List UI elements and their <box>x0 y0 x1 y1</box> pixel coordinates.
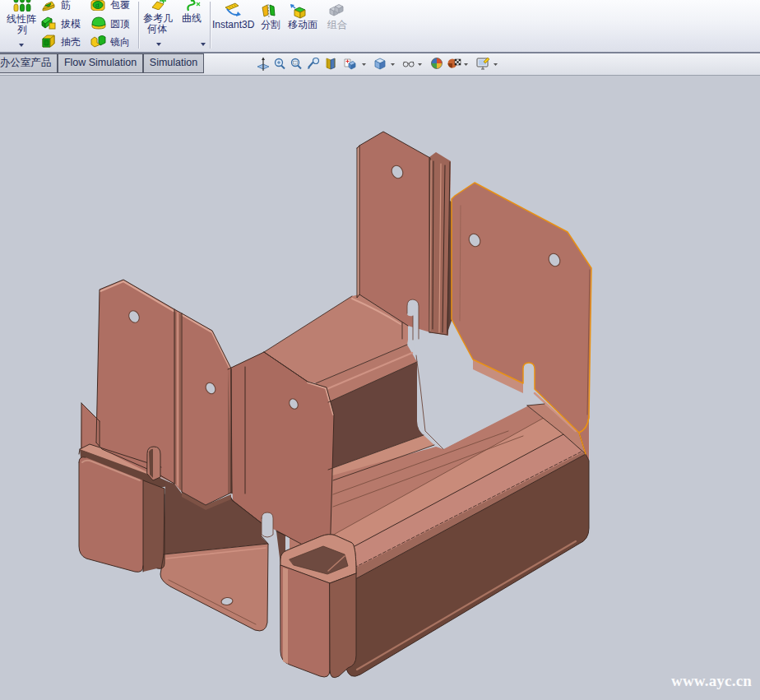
svg-text:d: d <box>95 2 99 9</box>
